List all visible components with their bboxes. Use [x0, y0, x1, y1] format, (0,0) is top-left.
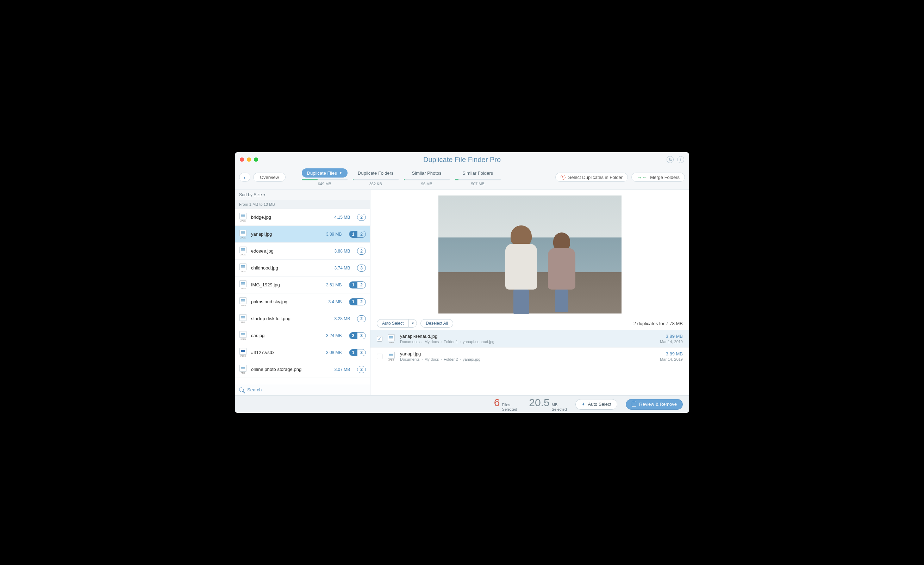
- mb-selected-stat: 20.5 MBSelected: [529, 397, 567, 412]
- duplicates-summary: 2 duplicates for 7.78 MB: [633, 321, 683, 326]
- duplicate-count-badge[interactable]: 3: [357, 264, 366, 272]
- files-count: 6: [494, 397, 500, 409]
- review-remove-button[interactable]: Review & Remove: [626, 399, 683, 410]
- file-row[interactable]: PNGonline photo storage.png3.07 MB2: [235, 361, 370, 378]
- file-row[interactable]: JPEGcar.jpg3.24 MB23: [235, 327, 370, 344]
- duplicate-date: Mar 14, 2019: [660, 357, 683, 361]
- file-size: 3.61 MB: [326, 282, 342, 287]
- duplicate-count-badge[interactable]: 2: [357, 366, 366, 373]
- file-size: 4.15 MB: [334, 215, 350, 220]
- duplicate-row[interactable]: JPEGyanapi.jpgDocuments›My docs›Folder 2…: [370, 348, 689, 365]
- file-name: startup disk full.png: [251, 316, 330, 321]
- file-icon: VSDX: [239, 348, 247, 357]
- file-size: 3.08 MB: [326, 350, 342, 355]
- file-size: 3.88 MB: [334, 249, 350, 254]
- file-icon: JPEG: [239, 297, 247, 307]
- mb-count: 20.5: [529, 397, 549, 409]
- file-row[interactable]: PNGstartup disk full.png3.28 MB2: [235, 310, 370, 327]
- sort-dropdown[interactable]: Sort by Size ▼: [235, 190, 370, 200]
- duplicate-count-badge[interactable]: 12: [349, 231, 366, 238]
- size-meter: [353, 179, 399, 180]
- titlebar: Duplicate File Finder Pro i: [235, 152, 689, 167]
- window-title: Duplicate File Finder Pro: [235, 156, 689, 164]
- duplicate-name: yanapi.jpg: [400, 351, 655, 356]
- duplicate-count-badge[interactable]: 23: [349, 332, 366, 339]
- search-icon: [239, 388, 244, 392]
- traffic-lights: [240, 158, 258, 162]
- file-name: childhood.jpg: [251, 265, 330, 270]
- duplicate-action-bar: Auto Select ▼ Deselect All 2 duplicates …: [370, 317, 689, 330]
- duplicate-checkbox[interactable]: [377, 336, 382, 342]
- tab-similar-photos[interactable]: Similar Photos: [407, 168, 447, 177]
- app-window: Duplicate File Finder Pro i ‹ Overview D…: [235, 152, 689, 413]
- select-dup-folder-label: Select Duplicates in Folder: [568, 175, 623, 180]
- duplicate-count-badge[interactable]: 2: [357, 214, 366, 221]
- tab-duplicate-folders[interactable]: Duplicate Folders: [352, 168, 399, 177]
- file-icon: JPEG: [239, 230, 247, 239]
- file-row[interactable]: VSDX#3127.vsdx3.08 MB13: [235, 344, 370, 361]
- file-name: palms and sky.jpg: [251, 299, 324, 304]
- duplicate-count-badge[interactable]: 12: [349, 298, 366, 305]
- trash-icon: [632, 402, 636, 407]
- file-row[interactable]: JPEGchildhood.jpg3.74 MB3: [235, 260, 370, 276]
- duplicate-count-badge[interactable]: 13: [349, 349, 366, 356]
- minimize-window-button[interactable]: [247, 158, 251, 162]
- file-name: online photo storage.png: [251, 367, 330, 372]
- file-icon: JPEG: [239, 280, 247, 290]
- tab-duplicate-files[interactable]: Duplicate Files▼: [302, 168, 348, 177]
- overview-button[interactable]: Overview: [253, 173, 286, 182]
- size-meter: [302, 179, 348, 180]
- info-icon[interactable]: i: [677, 156, 684, 163]
- file-icon: JPEG: [387, 334, 395, 343]
- auto-select-split-button[interactable]: Auto Select ▼: [377, 319, 417, 328]
- file-row[interactable]: JPEGedceee.jpg3.88 MB2: [235, 243, 370, 260]
- duplicate-path: Documents›My docs›Folder 1›yanapi-senaud…: [400, 340, 655, 344]
- file-row[interactable]: JPEGyanapi.jpg3.89 MB12: [235, 226, 370, 243]
- merge-folders-label: Merge Folders: [650, 175, 680, 180]
- duplicate-checkbox[interactable]: [377, 354, 382, 359]
- preview-image: [438, 195, 621, 314]
- auto-select-button[interactable]: Auto Select: [377, 319, 408, 328]
- file-name: yanapi.jpg: [251, 231, 322, 237]
- duplicate-date: Mar 14, 2019: [660, 340, 683, 344]
- tab-size: 649 MB: [318, 182, 332, 186]
- tab-similar-folders[interactable]: Similar Folders: [457, 168, 498, 177]
- close-window-button[interactable]: [240, 158, 244, 162]
- size-meter: [455, 179, 501, 180]
- auto-select-dropdown[interactable]: ▼: [408, 319, 417, 328]
- file-icon: JPEG: [387, 352, 395, 361]
- duplicate-count-badge[interactable]: 2: [357, 248, 366, 255]
- search-placeholder: Search: [247, 387, 262, 392]
- file-size: 3.28 MB: [334, 316, 350, 321]
- file-name: #3127.vsdx: [251, 350, 322, 355]
- sparkle-icon: ✦: [581, 401, 585, 407]
- merge-folders-button[interactable]: →← Merge Folders: [632, 173, 685, 182]
- file-row[interactable]: JPEGbridge.jpg4.15 MB2: [235, 209, 370, 226]
- deselect-all-button[interactable]: Deselect All: [420, 319, 453, 328]
- chevron-down-icon: ▼: [339, 171, 342, 175]
- tab-size: 96 MB: [421, 182, 432, 186]
- file-row[interactable]: JPEGIMG_1929.jpg3.61 MB12: [235, 276, 370, 293]
- file-list[interactable]: JPEGbridge.jpg4.15 MB2JPEGyanapi.jpg3.89…: [235, 209, 370, 384]
- duplicate-row[interactable]: JPEGyanapi-senaud.jpgDocuments›My docs›F…: [370, 330, 689, 348]
- duplicate-path: Documents›My docs›Folder 2›yanapi.jpg: [400, 357, 655, 361]
- duplicate-list: JPEGyanapi-senaud.jpgDocuments›My docs›F…: [370, 330, 689, 395]
- back-button[interactable]: ‹: [239, 173, 250, 182]
- rss-icon[interactable]: [667, 156, 674, 163]
- target-icon: [561, 175, 566, 180]
- file-icon: JPEG: [239, 246, 247, 256]
- duplicate-count-badge[interactable]: 12: [349, 281, 366, 289]
- file-size: 3.4 MB: [328, 299, 342, 304]
- tab-size: 507 MB: [471, 182, 484, 186]
- file-size: 3.07 MB: [334, 367, 350, 372]
- duplicate-count-badge[interactable]: 2: [357, 315, 366, 322]
- files-selected-stat: 6 FilesSelected: [494, 397, 517, 412]
- file-row[interactable]: JPEGpalms and sky.jpg3.4 MB12: [235, 293, 370, 310]
- file-icon: JPEG: [239, 263, 247, 273]
- file-size: 3.74 MB: [334, 266, 350, 270]
- size-meter: [404, 179, 450, 180]
- select-duplicates-in-folder-button[interactable]: Select Duplicates in Folder: [555, 173, 628, 182]
- zoom-window-button[interactable]: [254, 158, 258, 162]
- search-input[interactable]: Search: [235, 384, 370, 395]
- footer-auto-select-button[interactable]: ✦ Auto Select: [575, 399, 618, 410]
